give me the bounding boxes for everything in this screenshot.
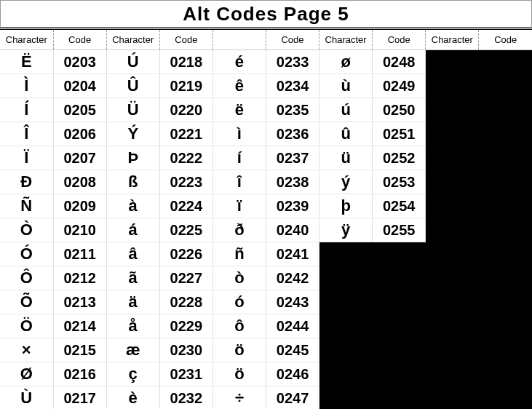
- empty-cell: [319, 314, 373, 338]
- code-cell: 0255: [373, 218, 426, 242]
- table-row: ×0215æ0230ö0245: [0, 338, 532, 362]
- table-row: Í0205Ü0220ë0235ú0250: [0, 98, 532, 122]
- character-cell: Ï: [0, 146, 53, 170]
- table-row: Ö0214å0229ô0244: [0, 314, 532, 338]
- code-cell: 0218: [159, 50, 213, 74]
- character-cell: Þ: [106, 146, 159, 170]
- col-header-character: Character: [426, 29, 479, 50]
- code-cell: 0242: [266, 266, 319, 290]
- col-header-character: Character: [106, 29, 159, 50]
- code-cell: 0254: [373, 194, 426, 218]
- character-cell: Ñ: [0, 194, 53, 218]
- col-header-character: Character: [319, 29, 373, 50]
- character-cell: þ: [319, 194, 373, 218]
- character-cell: ý: [319, 170, 373, 194]
- character-cell: è: [106, 386, 159, 410]
- code-cell: 0220: [159, 98, 213, 122]
- character-cell: û: [319, 122, 373, 146]
- character-cell: ï: [213, 194, 266, 218]
- character-cell: å: [106, 314, 159, 338]
- character-cell: Ø: [0, 362, 53, 386]
- character-cell: ß: [106, 170, 159, 194]
- character-cell: ð: [213, 218, 266, 242]
- character-cell: Ì: [0, 74, 53, 98]
- empty-cell: [426, 146, 479, 170]
- character-cell: ÷: [213, 386, 266, 410]
- code-cell: 0237: [266, 146, 319, 170]
- empty-cell: [373, 338, 426, 362]
- empty-cell: [426, 266, 479, 290]
- character-cell: ×: [0, 338, 53, 362]
- code-cell: 0210: [53, 218, 106, 242]
- table-row: Ñ0209à0224ï0239þ0254: [0, 194, 532, 218]
- empty-cell: [479, 194, 532, 218]
- code-cell: 0239: [266, 194, 319, 218]
- character-cell: Ó: [0, 242, 53, 266]
- empty-cell: [479, 290, 532, 314]
- empty-cell: [319, 338, 373, 362]
- empty-cell: [319, 242, 373, 266]
- code-cell: 0251: [373, 122, 426, 146]
- empty-cell: [426, 242, 479, 266]
- alt-codes-table: Character Code Character Code Code Chara…: [0, 28, 532, 409]
- empty-cell: [373, 386, 426, 410]
- empty-cell: [479, 338, 532, 362]
- code-cell: 0248: [373, 50, 426, 74]
- code-cell: 0235: [266, 98, 319, 122]
- character-cell: Î: [0, 122, 53, 146]
- empty-cell: [426, 362, 479, 386]
- table-row: Ð0208ß0223î0238ý0253: [0, 170, 532, 194]
- character-cell: ñ: [213, 242, 266, 266]
- empty-cell: [373, 362, 426, 386]
- code-cell: 0228: [159, 290, 213, 314]
- empty-cell: [426, 218, 479, 242]
- code-cell: 0216: [53, 362, 106, 386]
- character-cell: Ú: [106, 50, 159, 74]
- table-row: Ó0211â0226ñ0241: [0, 242, 532, 266]
- code-cell: 0241: [266, 242, 319, 266]
- empty-cell: [479, 362, 532, 386]
- empty-cell: [426, 290, 479, 314]
- character-cell: ö: [213, 362, 266, 386]
- empty-cell: [426, 50, 479, 74]
- empty-cell: [479, 146, 532, 170]
- code-cell: 0212: [53, 266, 106, 290]
- code-cell: 0203: [53, 50, 106, 74]
- table-row: Ï0207Þ0222í0237ü0252: [0, 146, 532, 170]
- character-cell: ú: [319, 98, 373, 122]
- code-cell: 0206: [53, 122, 106, 146]
- character-cell: Ö: [0, 314, 53, 338]
- empty-cell: [479, 314, 532, 338]
- code-cell: 0246: [266, 362, 319, 386]
- code-cell: 0226: [159, 242, 213, 266]
- code-cell: 0204: [53, 74, 106, 98]
- character-cell: ò: [213, 266, 266, 290]
- character-cell: ô: [213, 314, 266, 338]
- empty-cell: [373, 290, 426, 314]
- character-cell: ø: [319, 50, 373, 74]
- character-cell: Ý: [106, 122, 159, 146]
- table-row: Õ0213ä0228ó0243: [0, 290, 532, 314]
- empty-cell: [319, 290, 373, 314]
- character-cell: à: [106, 194, 159, 218]
- code-cell: 0244: [266, 314, 319, 338]
- character-cell: ã: [106, 266, 159, 290]
- code-cell: 0249: [373, 74, 426, 98]
- character-cell: ë: [213, 98, 266, 122]
- character-cell: á: [106, 218, 159, 242]
- character-cell: æ: [106, 338, 159, 362]
- code-cell: 0253: [373, 170, 426, 194]
- empty-cell: [479, 386, 532, 410]
- character-cell: î: [213, 170, 266, 194]
- character-cell: Õ: [0, 290, 53, 314]
- empty-cell: [479, 266, 532, 290]
- col-header-character: Character: [0, 29, 53, 50]
- character-cell: ö: [213, 338, 266, 362]
- code-cell: 0211: [53, 242, 106, 266]
- code-cell: 0250: [373, 98, 426, 122]
- code-cell: 0229: [159, 314, 213, 338]
- empty-cell: [479, 218, 532, 242]
- col-header-code: Code: [159, 29, 213, 50]
- character-cell: Í: [0, 98, 53, 122]
- page-title: Alt Codes Page 5: [0, 0, 532, 28]
